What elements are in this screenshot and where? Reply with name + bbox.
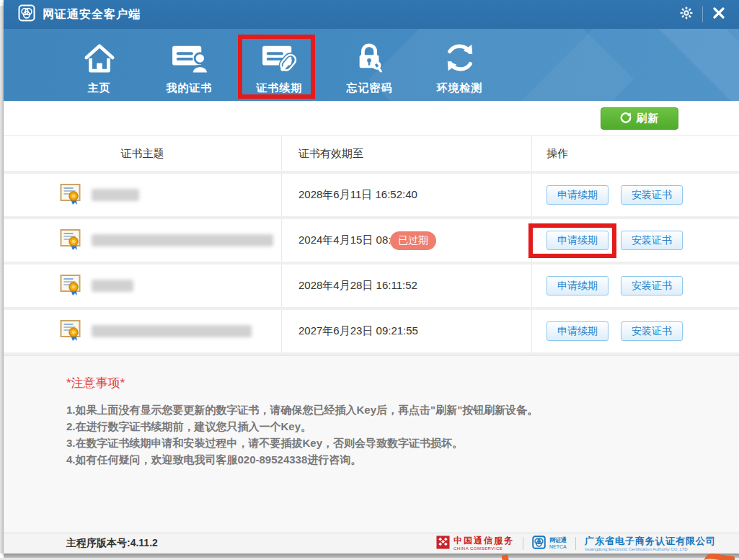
table-row: 2024年4月15日 08:38:08 已过期 申请续期 安装证书 [4,219,739,265]
redacted-subject [92,280,133,292]
gdca-name-en: Guangdong Electronic Certification Autho… [585,547,716,551]
renew-button[interactable]: 申请续期 [546,231,609,250]
note-line-4: 4.如有任何疑问，欢迎致电我司客服020-89524338进行咨询。 [66,451,710,468]
my-certificates-icon [171,42,208,76]
nav-tab-label: 主页 [88,81,111,95]
gear-icon [680,6,693,22]
install-certificate-button[interactable]: 安装证书 [621,276,683,295]
note-line-3: 3.在数字证书续期申请和安装过程中，请不要插拔Key，否则会导致数字证书损坏。 [66,435,710,451]
header-actions: 操作 [531,136,739,171]
renew-button[interactable]: 申请续期 [546,321,609,341]
footer-logos: 中国通信服务 CHINA COMSERVICE [436,535,716,552]
app-window: 网证通安全客户端 [4,0,739,554]
certificate-icon [60,319,81,344]
note-line-1: 1.如果上面没有显示您要更新的数字证书，请确保您已经插入Key后，再点击"刷新"… [66,401,710,418]
logo-separator [523,537,523,550]
china-comservice-logo: 中国通信服务 CHINA COMSERVICE [436,535,514,552]
close-icon [713,7,725,22]
certificate-subject-cell [4,319,252,344]
app-logo-icon [18,4,35,25]
expired-badge: 已过期 [390,231,436,250]
gdca-name-cn: 广东省电子商务认证有限公司 [585,536,716,546]
gdca-logo: 广东省电子商务认证有限公司 Guangdong Electronic Certi… [585,536,716,551]
install-certificate-button[interactable]: 安装证书 [621,231,683,250]
redacted-subject [92,234,273,246]
toolbar: 刷新 [4,101,739,136]
settings-button[interactable] [671,4,702,25]
china-comservice-name-cn: 中国通信服务 [453,536,514,545]
table-row: 2027年6月23日 09:21:55 申请续期 安装证书 [4,310,739,355]
certificate-subject-cell [4,183,139,208]
app-title: 网证通安全客户端 [43,7,141,22]
refresh-icon [620,112,632,125]
close-button[interactable] [703,4,735,25]
redacted-subject [92,189,139,201]
notes-section: *注意事项* 1.如果上面没有显示您要更新的数字证书，请确保您已经插入Key后，… [4,355,739,533]
redacted-subject [92,325,252,337]
install-certificate-button[interactable]: 安装证书 [621,185,683,205]
netca-name-cn: 网证通 [549,538,567,543]
table-header-row: 证书主题 证书有效期至 操作 [4,136,739,174]
refresh-button[interactable]: 刷新 [601,107,678,130]
nav-tab-environment-check[interactable]: 环境检测 [415,29,505,101]
certificate-subject-cell [4,228,273,253]
certificate-expiry-date: 2028年6月11日 16:52:40 [298,188,417,202]
header-certificate-expiry: 证书有效期至 [281,136,531,171]
version-label: 主程序版本号:4.11.2 [66,537,158,550]
table-row: 2028年6月11日 16:52:40 申请续期 安装证书 [4,174,739,219]
nav-tab-label: 环境检测 [437,81,483,95]
nav-tab-label: 我的证书 [167,81,213,95]
nav-tab-certificate-renewal[interactable]: 证书续期 [234,29,324,101]
footer: 主程序版本号:4.11.2 [4,533,739,554]
certificate-icon [60,183,81,208]
china-comservice-icon [436,535,450,552]
titlebar: 网证通安全客户端 [4,0,739,29]
refresh-label: 刷新 [637,112,660,125]
certificate-expiry-date: 2027年6月23日 09:21:55 [298,324,418,338]
certificate-renewal-icon [261,42,298,76]
notes-title: *注意事项* [66,375,710,391]
header-certificate-subject: 证书主题 [4,136,281,171]
china-comservice-name-en: CHINA COMSERVICE [453,546,514,551]
install-certificate-button[interactable]: 安装证书 [621,321,683,341]
nav-tab-label: 证书续期 [257,81,303,95]
home-icon [83,42,116,76]
nav-tab-home[interactable]: 主页 [54,29,144,101]
nav-tab-my-certificates[interactable]: 我的证书 [144,29,234,101]
note-line-2: 2.在进行数字证书续期前，建议您只插入一个Key。 [66,418,710,435]
certificate-icon [60,228,81,253]
screenshot-root: 网证通安全客户端 [0,0,739,560]
renew-button[interactable]: 申请续期 [546,276,609,295]
nav-tab-label: 忘记密码 [347,81,393,95]
certificate-icon [60,274,81,298]
renew-button[interactable]: 申请续期 [546,185,609,205]
main-nav: 主页 我的证书 [4,29,739,101]
table-row: 2028年4月28日 16:11:52 申请续期 安装证书 [4,265,739,310]
certificate-expiry-date: 2028年4月28日 16:11:52 [298,279,417,293]
forgot-password-icon [353,42,386,76]
nav-items: 主页 我的证书 [54,29,505,101]
nav-tab-forgot-password[interactable]: 忘记密码 [324,29,415,101]
environment-check-icon [444,42,476,76]
certificate-subject-cell [4,274,133,298]
logo-separator [575,537,576,550]
